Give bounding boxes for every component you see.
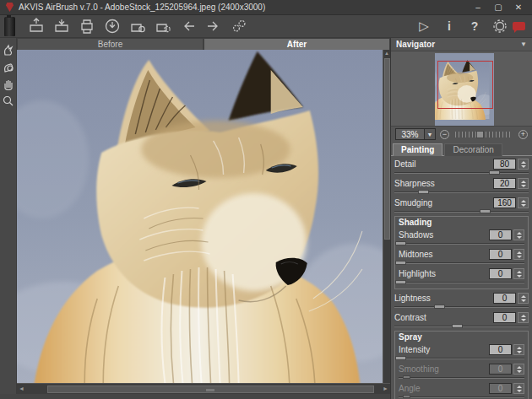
title-bar: AKVIS AirBrush v.7.0 - AdobeStock_125205… <box>0 0 532 15</box>
spray-group-title: Spray <box>399 332 524 342</box>
horizontal-scrollbar[interactable]: ◄ ► <box>17 383 390 394</box>
param-row-contrast: Contrast0 <box>394 311 529 329</box>
tab-before[interactable]: Before <box>18 39 203 50</box>
preferences-button[interactable] <box>489 16 511 36</box>
param-spinner[interactable] <box>513 383 524 394</box>
about-button[interactable]: i <box>438 16 460 36</box>
vertical-scrollbar[interactable]: ▲ <box>383 50 390 383</box>
import-button[interactable] <box>101 16 123 36</box>
feedback-icon <box>513 22 525 30</box>
hand-tool[interactable] <box>1 76 16 91</box>
zoom-out-button[interactable]: − <box>440 130 449 139</box>
param-value-box[interactable]: 0 <box>493 293 516 304</box>
print-button[interactable] <box>76 16 98 36</box>
param-slider[interactable] <box>399 241 524 246</box>
share-button[interactable] <box>127 16 149 36</box>
param-spinner[interactable] <box>518 159 529 170</box>
param-value-box[interactable]: 0 <box>489 383 512 394</box>
param-value-box[interactable]: 0 <box>489 364 512 375</box>
param-slider[interactable] <box>399 280 524 285</box>
param-row-midtones: Midtones0 <box>399 248 524 266</box>
zoom-caret-icon[interactable]: ▼ <box>424 129 435 139</box>
zoom-value: 33% <box>396 129 424 139</box>
zoom-tool[interactable] <box>1 93 16 108</box>
undo-arrow-icon <box>180 18 197 35</box>
history-brush-tool[interactable] <box>1 59 16 74</box>
horizontal-scroll-thumb[interactable] <box>47 386 373 393</box>
parameters: Detail80Sharpness20Smudging160 Shading S… <box>391 156 532 399</box>
scroll-up-icon[interactable]: ▲ <box>383 50 390 57</box>
tab-painting[interactable]: Painting <box>393 143 442 156</box>
param-label: Shadows <box>399 230 489 240</box>
tab-after[interactable]: After <box>204 39 389 50</box>
param-label: Sharpness <box>394 179 493 188</box>
save-button[interactable] <box>51 16 73 36</box>
maximize-button[interactable]: ▢ <box>493 0 503 15</box>
param-slider[interactable] <box>399 261 524 266</box>
param-value-box[interactable]: 0 <box>493 312 516 323</box>
fox-image <box>17 50 383 383</box>
minimize-button[interactable]: – <box>473 0 483 15</box>
param-spinner[interactable] <box>518 293 529 304</box>
param-slider[interactable] <box>399 395 524 399</box>
main-toolbar: ▷ i ? <box>0 15 532 38</box>
zoom-slider-handle[interactable] <box>476 131 484 138</box>
param-row-smudging: Smudging160 <box>394 197 529 214</box>
scroll-grip <box>206 389 214 391</box>
image-canvas[interactable] <box>17 50 383 383</box>
param-spinner[interactable] <box>513 344 524 355</box>
param-spinner[interactable] <box>513 229 524 240</box>
param-value-box[interactable]: 0 <box>489 229 512 240</box>
param-value-box[interactable]: 0 <box>489 249 512 260</box>
param-spinner[interactable] <box>513 268 524 279</box>
param-spinner[interactable] <box>513 249 524 260</box>
spray-group: Spray Intensity0Smoothing0Angle0 <box>394 331 529 399</box>
zoom-select[interactable]: 33% ▼ <box>395 128 436 140</box>
param-value-box[interactable]: 80 <box>493 159 516 170</box>
param-value-box[interactable]: 20 <box>493 178 516 189</box>
param-slider[interactable] <box>394 209 529 214</box>
param-slider[interactable] <box>394 305 529 310</box>
vertical-scroll-thumb[interactable] <box>384 58 390 240</box>
run-button[interactable]: ▷ <box>413 16 435 36</box>
scroll-left-icon[interactable]: ◄ <box>17 384 26 394</box>
param-slider[interactable] <box>394 170 529 175</box>
navigator-thumbnail-area <box>391 51 532 127</box>
param-slider[interactable] <box>394 190 529 195</box>
open-button[interactable] <box>25 16 47 36</box>
tab-decoration[interactable]: Decoration <box>444 143 502 156</box>
param-slider[interactable] <box>399 375 524 380</box>
param-row-smoothing: Smoothing0 <box>399 363 524 380</box>
undo-button[interactable] <box>177 16 199 36</box>
navigator-view-rect[interactable] <box>437 61 493 109</box>
param-spinner[interactable] <box>518 312 529 323</box>
param-slider[interactable] <box>399 356 524 361</box>
param-slider[interactable] <box>394 324 529 329</box>
scroll-right-icon[interactable]: ► <box>381 384 390 394</box>
redo-button[interactable] <box>203 16 225 36</box>
close-button[interactable]: ✕ <box>513 0 524 15</box>
navigator-caret-icon[interactable]: ▼ <box>520 40 527 48</box>
preferences-gear-icon <box>491 18 508 35</box>
app-window: AKVIS AirBrush v.7.0 - AdobeStock_125205… <box>0 0 532 399</box>
param-spinner[interactable] <box>513 364 524 375</box>
export-button[interactable] <box>152 16 174 36</box>
zoom-in-button[interactable]: + <box>518 130 528 139</box>
param-value-box[interactable]: 0 <box>489 268 512 279</box>
param-label: Detail <box>394 159 493 169</box>
param-value-box[interactable]: 160 <box>493 197 516 208</box>
save-icon <box>53 18 70 35</box>
param-spinner[interactable] <box>518 178 529 189</box>
zoom-slider[interactable] <box>453 129 514 139</box>
smudge-tool[interactable] <box>1 42 16 57</box>
param-spinner[interactable] <box>518 197 529 208</box>
zoom-tool-icon <box>2 94 14 107</box>
param-label: Lightness <box>394 294 493 303</box>
param-row-detail: Detail80 <box>394 158 529 175</box>
param-value-box[interactable]: 0 <box>489 344 512 355</box>
help-button[interactable]: ? <box>464 16 486 36</box>
batch-button[interactable] <box>228 16 250 36</box>
feedback-button[interactable] <box>513 22 532 30</box>
param-row-highlights: Highlights0 <box>399 267 524 285</box>
info-icon: i <box>448 19 451 33</box>
